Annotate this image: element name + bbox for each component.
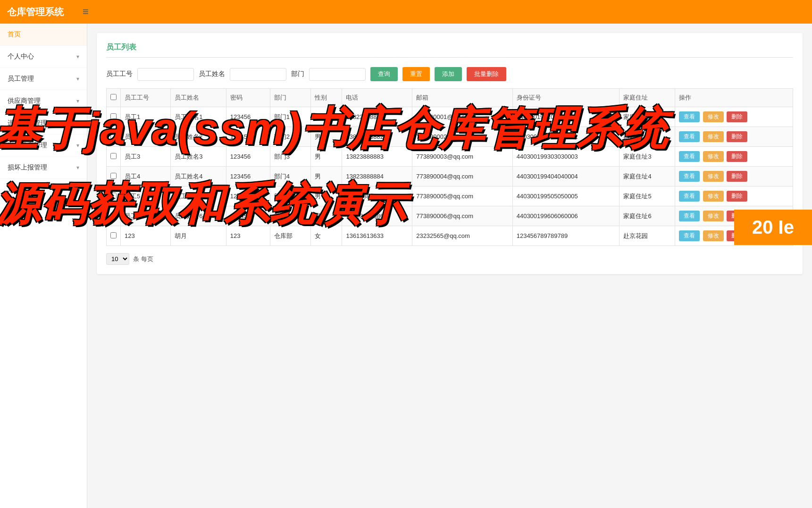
delete-button[interactable]: 删除 (727, 111, 747, 122)
cell-employee-name: 员工姓名2 (171, 127, 226, 147)
employee-table: 员工工号 员工姓名 密码 部门 性别 电话 邮箱 身份证号 家庭住址 操作 员工… (106, 88, 793, 246)
cell-gender: 男 (311, 167, 342, 186)
th-employee-no: 员工工号 (121, 89, 171, 107)
edit-button[interactable]: 修改 (703, 111, 724, 122)
employee-name-input[interactable] (230, 68, 286, 81)
cell-gender: 男 (311, 107, 342, 127)
cell-password: 123456 (226, 206, 270, 226)
cell-password: 123456 (226, 147, 270, 167)
sidebar-item-outgoing[interactable]: 出货信息管理 ▾ (0, 135, 87, 157)
cell-gender: 女 (311, 226, 342, 246)
cell-gender: 男 (311, 186, 342, 206)
cell-email: 773890003@qq.com (412, 147, 513, 167)
delete-button[interactable]: 删除 (727, 151, 747, 162)
view-button[interactable]: 查看 (679, 211, 700, 221)
hamburger-icon[interactable]: ≡ (83, 6, 89, 18)
chevron-down-icon: ▾ (76, 98, 79, 104)
delete-button[interactable]: 删除 (727, 191, 747, 202)
sidebar-item-label: 供应商管理 (8, 97, 41, 105)
row-checkbox[interactable] (110, 113, 117, 119)
view-button[interactable]: 查看 (679, 230, 700, 241)
cell-password: 123456 (226, 167, 270, 186)
delete-button[interactable]: 删除 (727, 171, 747, 182)
cell-phone: 13613613633 (342, 226, 412, 246)
main-content: 员工列表 员工工号 员工姓名 部门 查询 重置 添加 批量删除 员工工 (87, 24, 812, 508)
view-button[interactable]: 查看 (679, 131, 700, 142)
department-input[interactable] (309, 68, 366, 81)
sidebar-item-home[interactable]: 首页 (0, 24, 87, 46)
add-button[interactable]: 添加 (435, 67, 462, 81)
edit-button[interactable]: 修改 (703, 211, 724, 221)
delete-button[interactable]: 删除 (727, 131, 747, 142)
row-checkbox[interactable] (110, 133, 117, 139)
th-employee-name: 员工姓名 (171, 89, 226, 107)
cell-phone: 13823888882 (342, 127, 412, 147)
cell-actions: 查看 修改 删除 (675, 167, 793, 186)
cell-address: 家庭住址6 (619, 206, 675, 226)
sidebar-item-incoming[interactable]: 进货信息管理 ▾ (0, 112, 87, 135)
search-button[interactable]: 查询 (370, 67, 398, 81)
view-button[interactable]: 查看 (679, 171, 700, 182)
main-layout: 首页 个人中心 ▾ 员工管理 ▾ 供应商管理 ▾ 进货信息管理 ▾ 出货信息管理… (0, 24, 812, 508)
cell-idcard: 440300199505050005 (512, 186, 619, 206)
cell-email: 773890004@qq.com (412, 167, 513, 186)
edit-button[interactable]: 修改 (703, 171, 724, 182)
edit-button[interactable]: 修改 (703, 230, 724, 241)
row-checkbox-cell (107, 206, 121, 226)
sidebar-item-staff[interactable]: 员工管理 ▾ (0, 68, 87, 90)
cell-password: 123456 (226, 127, 270, 147)
sidebar-item-personal[interactable]: 个人中心 ▾ (0, 46, 87, 68)
th-phone: 电话 (342, 89, 412, 107)
edit-button[interactable]: 修改 (703, 151, 724, 162)
cell-address: 赴京花园 (619, 226, 675, 246)
row-checkbox[interactable] (110, 193, 117, 199)
cell-department: 部门6 (270, 206, 310, 226)
th-email: 邮箱 (412, 89, 513, 107)
sidebar-item-damage[interactable]: 损坏上报管理 ▾ (0, 157, 87, 179)
row-checkbox[interactable] (110, 212, 117, 219)
cell-password: 123456 (226, 186, 270, 206)
th-idcard: 身份证号 (512, 89, 619, 107)
view-button[interactable]: 查看 (679, 151, 700, 162)
employee-no-input[interactable] (137, 68, 194, 81)
sidebar-item-label: 系统管理 (8, 186, 34, 194)
table-row: 员工1 员工姓名1 123456 部门1 男 13823888881 77389… (107, 107, 793, 127)
edit-button[interactable]: 修改 (703, 191, 724, 202)
row-checkbox-cell (107, 147, 121, 167)
sidebar-item-label: 个人中心 (8, 52, 34, 61)
per-page-select[interactable]: 10 20 50 (106, 253, 129, 265)
cell-gender: 男 (311, 127, 342, 147)
view-button[interactable]: 查看 (679, 111, 700, 122)
sidebar-item-system[interactable]: 系统管理 ▾ (0, 179, 87, 201)
app-title: 仓库管理系统 (7, 6, 64, 18)
per-page-label: 条 每页 (133, 255, 153, 263)
row-checkbox[interactable] (110, 232, 117, 238)
reset-button[interactable]: 重置 (402, 67, 430, 81)
edit-button[interactable]: 修改 (703, 131, 724, 142)
cell-employee-no: 员工6 (121, 206, 171, 226)
cell-address: 家庭住址1 (619, 107, 675, 127)
sidebar-item-label: 进货信息管理 (8, 119, 47, 127)
cell-employee-no: 员工2 (121, 127, 171, 147)
delete-button[interactable]: 删除 (727, 230, 747, 241)
chevron-down-icon: ▾ (76, 53, 79, 60)
row-checkbox[interactable] (110, 153, 117, 159)
table-row: 员工3 员工姓名3 123456 部门3 男 13823888883 77389… (107, 147, 793, 167)
delete-batch-button[interactable]: 批量删除 (467, 67, 506, 81)
sidebar-item-supplier[interactable]: 供应商管理 ▾ (0, 90, 87, 112)
delete-button[interactable]: 删除 (727, 211, 747, 221)
view-button[interactable]: 查看 (679, 191, 700, 202)
cell-phone: 13823888886 (342, 206, 412, 226)
cell-idcard: 440300199202020002 (512, 127, 619, 147)
cell-email: 773890006@qq.com (412, 206, 513, 226)
cell-department: 仓库部 (270, 226, 310, 246)
table-row: 员工2 员工姓名2 123456 部门2 男 13823888882 77389… (107, 127, 793, 147)
cell-employee-name: 胡月 (171, 226, 226, 246)
cell-address: 家庭住址5 (619, 186, 675, 206)
select-all-checkbox[interactable] (110, 94, 117, 100)
cell-department: 部门2 (270, 127, 310, 147)
sidebar-item-label: 首页 (8, 30, 21, 39)
row-checkbox[interactable] (110, 173, 117, 179)
cell-actions: 查看 修改 删除 (675, 186, 793, 206)
content-card: 员工列表 员工工号 员工姓名 部门 查询 重置 添加 批量删除 员工工 (97, 33, 803, 274)
